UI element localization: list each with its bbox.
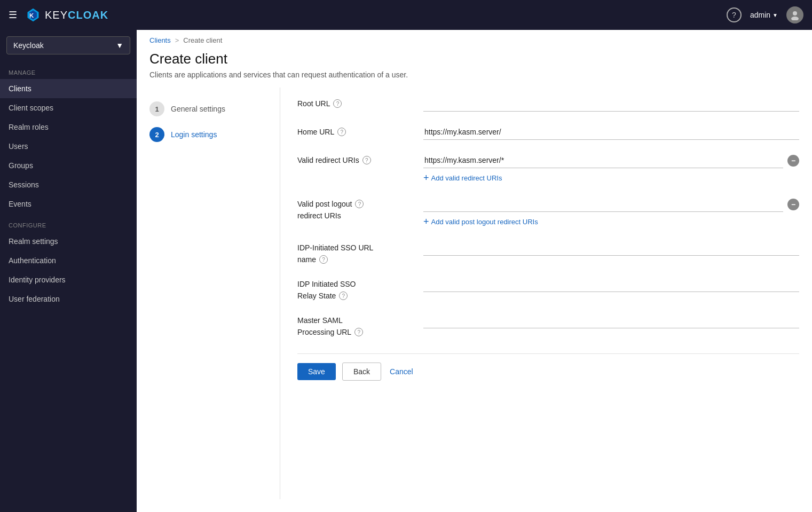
root-url-help-icon[interactable]: ? xyxy=(333,99,342,108)
home-url-label: Home URL ? xyxy=(297,124,415,136)
sidebar-realm-roles-label: Realm roles xyxy=(9,123,49,131)
navbar-left: ☰ K KEYCLOAK xyxy=(9,7,108,22)
form-actions: Save Back Cancel xyxy=(297,353,799,381)
sidebar-authentication-label: Authentication xyxy=(9,256,56,265)
navbar-right: ? admin ▼ xyxy=(727,6,803,23)
realm-label: Keycloak xyxy=(13,41,44,50)
post-logout-uri-input-1[interactable] xyxy=(423,196,783,212)
sidebar-identity-providers-label: Identity providers xyxy=(9,275,66,284)
step-2-circle: 2 xyxy=(149,127,164,142)
sidebar-item-authentication[interactable]: Authentication xyxy=(0,251,137,270)
svg-point-4 xyxy=(791,17,799,20)
page-header: Create client Clients are applications a… xyxy=(137,51,812,88)
valid-post-logout-help-icon[interactable]: ? xyxy=(355,200,364,208)
configure-section-label: Configure xyxy=(0,214,137,232)
valid-redirect-uris-control: − + Add valid redirect URIs xyxy=(423,153,799,184)
idp-initiated-sso-url-help-icon[interactable]: ? xyxy=(319,255,328,264)
sidebar-realm-settings-label: Realm settings xyxy=(9,237,58,246)
sidebar-item-client-scopes[interactable]: Client scopes xyxy=(0,98,137,117)
cancel-button[interactable]: Cancel xyxy=(388,363,415,380)
add-post-logout-icon: + xyxy=(423,216,429,227)
sidebar-clients-label: Clients xyxy=(9,84,31,93)
breadcrumb-current: Create client xyxy=(183,36,222,44)
breadcrumb-clients-link[interactable]: Clients xyxy=(149,36,171,44)
sidebar-item-events[interactable]: Events xyxy=(0,194,137,214)
logo: K KEYCLOAK xyxy=(26,7,108,22)
step-1-label: General settings xyxy=(171,105,225,113)
master-saml-url-help-icon[interactable]: ? xyxy=(354,328,363,336)
breadcrumb: Clients > Create client xyxy=(137,30,812,51)
panel-divider xyxy=(280,88,280,499)
svg-point-3 xyxy=(793,11,797,15)
sidebar: Keycloak ▼ Manage Clients Client scopes … xyxy=(0,30,137,512)
sidebar-item-groups[interactable]: Groups xyxy=(0,156,137,175)
master-saml-url-row: Master SAML Processing URL ? xyxy=(297,313,799,336)
idp-initiated-sso-relay-control xyxy=(423,277,799,292)
idp-initiated-sso-url-row: IDP-Initiated SSO URL name ? xyxy=(297,240,799,264)
root-url-input[interactable] xyxy=(423,96,799,112)
chevron-down-icon: ▼ xyxy=(772,12,778,18)
sidebar-user-federation-label: User federation xyxy=(9,295,60,303)
home-url-help-icon[interactable]: ? xyxy=(337,128,346,136)
step-1-circle: 1 xyxy=(149,101,164,116)
idp-initiated-sso-relay-input[interactable] xyxy=(423,277,799,292)
add-icon: + xyxy=(423,172,429,184)
sidebar-item-user-federation[interactable]: User federation xyxy=(0,289,137,309)
remove-post-logout-uri-button-1[interactable]: − xyxy=(787,199,799,210)
home-url-input[interactable] xyxy=(423,124,799,140)
step-2-label: Login settings xyxy=(171,130,217,139)
idp-initiated-sso-relay-label: IDP Initiated SSO Relay State ? xyxy=(297,277,415,300)
idp-initiated-sso-relay-help-icon[interactable]: ? xyxy=(339,292,348,300)
sidebar-events-label: Events xyxy=(9,200,31,208)
sidebar-item-realm-roles[interactable]: Realm roles xyxy=(0,117,137,137)
home-url-control xyxy=(423,124,799,140)
save-button[interactable]: Save xyxy=(297,363,336,380)
valid-redirect-uris-help-icon[interactable]: ? xyxy=(362,156,371,164)
valid-redirect-uri-input-1[interactable] xyxy=(423,153,783,168)
root-url-control xyxy=(423,96,799,112)
idp-initiated-sso-url-input[interactable] xyxy=(423,240,799,256)
sidebar-client-scopes-label: Client scopes xyxy=(9,104,53,112)
valid-redirect-uris-row: Valid redirect URIs ? − + Add valid redi… xyxy=(297,153,799,184)
logo-text: KEYCLOAK xyxy=(45,9,108,21)
sidebar-item-users[interactable]: Users xyxy=(0,137,137,156)
remove-redirect-uri-button-1[interactable]: − xyxy=(787,155,799,167)
master-saml-url-input[interactable] xyxy=(423,313,799,328)
add-redirect-uri-link[interactable]: + Add valid redirect URIs xyxy=(423,172,799,184)
valid-post-logout-control: − + Add valid post logout redirect URIs xyxy=(423,196,799,227)
valid-redirect-uris-label: Valid redirect URIs ? xyxy=(297,153,415,164)
hamburger-menu[interactable]: ☰ xyxy=(9,9,17,21)
idp-initiated-sso-relay-row: IDP Initiated SSO Relay State ? xyxy=(297,277,799,300)
content-area: 1 General settings 2 Login settings xyxy=(137,88,812,512)
realm-chevron-icon: ▼ xyxy=(116,41,123,50)
add-post-logout-uri-link[interactable]: + Add valid post logout redirect URIs xyxy=(423,216,799,227)
page-description: Clients are applications and services th… xyxy=(149,70,799,79)
main-content: Clients > Create client Create client Cl… xyxy=(137,30,812,512)
valid-post-logout-label: Valid post logout ? redirect URIs xyxy=(297,196,415,220)
root-url-label: Root URL ? xyxy=(297,96,415,108)
steps-panel: 1 General settings 2 Login settings xyxy=(149,88,267,499)
home-url-row: Home URL ? xyxy=(297,124,799,140)
sidebar-item-sessions[interactable]: Sessions xyxy=(0,175,137,194)
sidebar-users-label: Users xyxy=(9,142,28,151)
admin-dropdown[interactable]: admin ▼ xyxy=(750,11,778,19)
step-1[interactable]: 1 General settings xyxy=(149,96,267,122)
navbar: ☰ K KEYCLOAK ? admin ▼ xyxy=(0,0,812,30)
sidebar-item-clients[interactable]: Clients xyxy=(0,79,137,98)
back-button[interactable]: Back xyxy=(342,363,381,381)
root-url-row: Root URL ? xyxy=(297,96,799,112)
master-saml-url-control xyxy=(423,313,799,328)
valid-post-logout-row: Valid post logout ? redirect URIs − + Ad… xyxy=(297,196,799,227)
realm-selector[interactable]: Keycloak ▼ xyxy=(6,36,130,54)
sidebar-item-identity-providers[interactable]: Identity providers xyxy=(0,270,137,289)
avatar[interactable] xyxy=(786,6,803,23)
help-icon[interactable]: ? xyxy=(727,7,742,22)
page-title: Create client xyxy=(149,51,799,67)
svg-text:K: K xyxy=(29,12,34,19)
manage-section-label: Manage xyxy=(0,61,137,79)
form-panel: Root URL ? Home URL ? xyxy=(293,88,799,499)
step-2[interactable]: 2 Login settings xyxy=(149,122,267,147)
idp-initiated-sso-url-control xyxy=(423,240,799,256)
master-saml-url-label: Master SAML Processing URL ? xyxy=(297,313,415,336)
sidebar-item-realm-settings[interactable]: Realm settings xyxy=(0,232,137,251)
